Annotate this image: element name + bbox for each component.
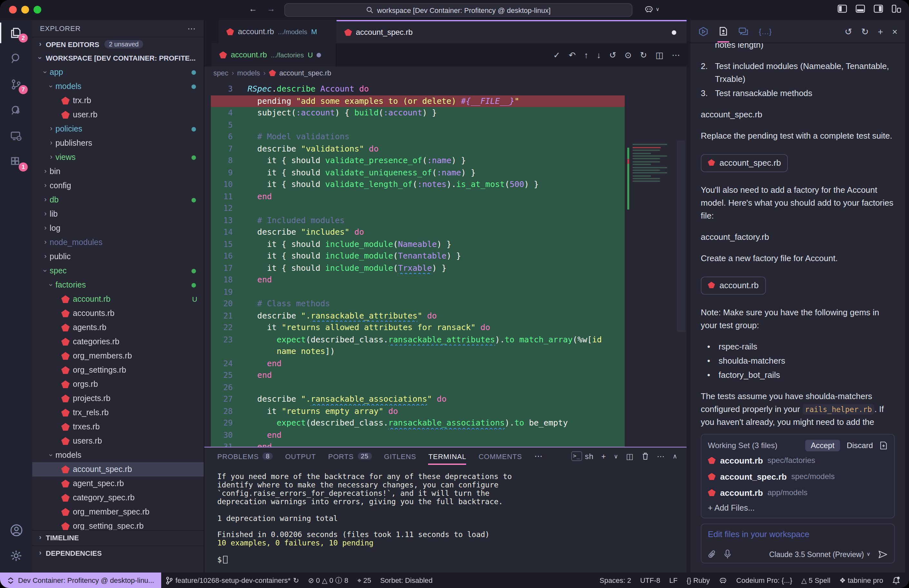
tree-item[interactable]: › category_spec.rb (32, 491, 204, 505)
editor-action-icon[interactable]: ↻ (640, 50, 647, 60)
status-item[interactable]: {} Ruby (682, 577, 714, 584)
toggle-secondary-sidebar-icon[interactable] (873, 5, 883, 13)
tree-item[interactable]: › bin (32, 165, 204, 179)
extensions-icon[interactable]: 1 (0, 149, 32, 175)
tree-item[interactable]: › users.rb (32, 434, 204, 448)
customize-layout-icon[interactable] (891, 5, 901, 13)
tree-item[interactable]: › public (32, 249, 204, 264)
toggle-sidebar-icon[interactable] (838, 5, 847, 13)
tree-item[interactable]: › org_settings.rb (32, 363, 204, 377)
tree-item[interactable]: › app (32, 65, 204, 79)
new-terminal-icon[interactable]: + (601, 452, 606, 461)
attach-icon[interactable] (708, 550, 716, 559)
status-item[interactable]: ❖ tabnine pro (835, 576, 888, 585)
tree-item[interactable]: › db (32, 193, 204, 207)
git-branch-status[interactable]: feature/10268-setup-dev-containers* ↻ (161, 576, 304, 585)
new-session-icon[interactable]: + (878, 26, 883, 36)
code-line[interactable]: 14 describe "includes" do (204, 226, 686, 238)
code-line[interactable]: 6 # Model validations (204, 131, 686, 143)
sync-icon[interactable]: ↻ (293, 576, 299, 585)
code-line[interactable]: 25 end (204, 370, 686, 381)
model-picker[interactable]: Claude 3.5 Sonnet (Preview) ∨ (769, 550, 870, 558)
toggle-panel-icon[interactable] (856, 5, 865, 13)
tree-item[interactable]: › factories (32, 278, 204, 292)
explorer-icon[interactable]: 2 (0, 20, 32, 46)
code-line[interactable]: 27 describe ".ransackable_associations" … (204, 393, 686, 405)
working-set-file[interactable]: account.rb app/models (708, 486, 888, 500)
code-line[interactable]: 11 end (204, 191, 686, 202)
code-line[interactable]: 7 describe "validations" do (204, 143, 686, 155)
tree-item[interactable]: › account_spec.rb (32, 462, 204, 477)
context-braces-icon[interactable]: {…} (759, 20, 772, 42)
tree-item[interactable]: › config (32, 179, 204, 193)
code-line[interactable]: 9 it { should validate_uniqueness_of(:na… (204, 167, 686, 179)
code-line[interactable]: 18 end (204, 274, 686, 286)
undo-icon[interactable]: ↺ (844, 26, 852, 36)
tab-account-spec-rb[interactable]: account_spec.rb (336, 20, 686, 43)
command-center-search[interactable]: workspace [Dev Container: Profitency @ d… (284, 3, 633, 17)
code-line[interactable]: 22 it "returns allowed attributes for ra… (204, 322, 686, 334)
tree-item[interactable]: › account.rb U (32, 292, 204, 306)
tree-item[interactable]: › spec (32, 264, 204, 278)
code-line[interactable]: 21 describe ".ransackable_attributes" do (204, 310, 686, 322)
modified-dot-icon[interactable] (672, 30, 676, 34)
minimize-window-button[interactable] (21, 6, 29, 13)
tree-item[interactable]: › user.rb (32, 108, 204, 122)
code-line[interactable]: name notes]) (204, 346, 686, 357)
code-line[interactable]: 26 (204, 381, 686, 393)
tree-item[interactable]: › org_member_spec.rb (32, 505, 204, 519)
tree-item[interactable]: › log (32, 221, 204, 235)
code-line[interactable]: 15 it { should include_module(Nameable) … (204, 238, 686, 250)
code-line[interactable]: 30 end (204, 429, 686, 441)
dependencies-section[interactable]: › DEPENDENCIES (32, 546, 204, 560)
chat-logo-icon[interactable] (698, 20, 709, 42)
code-line[interactable]: 19 (204, 286, 686, 298)
panel-tab[interactable]: COMMENTS (479, 447, 522, 465)
status-item[interactable]: Codeium Pro: {...} (732, 577, 797, 584)
terminal-dropdown-icon[interactable]: ∨ (614, 453, 618, 459)
problems-status[interactable]: ⊘ 0 △ 0 ⓘ 8 (304, 575, 353, 585)
chat-messages[interactable]: notes length) 2.Test included modules (N… (691, 43, 905, 430)
account-icon[interactable] (0, 517, 32, 543)
code-line[interactable]: 16 it { should include_module(Tenantable… (204, 250, 686, 262)
open-editors-section[interactable]: › OPEN EDITORS 2 unsaved (32, 37, 204, 51)
maximize-panel-icon[interactable]: ∧ (673, 452, 678, 460)
editor-action-icon[interactable]: ⋯ (672, 50, 680, 60)
explorer-more-actions-icon[interactable]: ⋯ (187, 24, 196, 33)
editor-action-icon[interactable]: ✓ (553, 50, 560, 60)
ports-status[interactable]: ⌖ 25 (353, 576, 376, 585)
search-icon[interactable] (0, 46, 32, 71)
code-line[interactable]: 28 it "returns empty array" do (204, 405, 686, 417)
tree-item[interactable]: › trx.rb (32, 94, 204, 108)
tree-item[interactable]: › trxes.rb (32, 420, 204, 434)
code-line[interactable]: 24 end (204, 357, 686, 370)
breadcrumb[interactable]: spec› models› account_spec.rb (204, 66, 686, 79)
code-line[interactable]: 3 RSpec.describe Account do (204, 83, 686, 95)
panel-tab[interactable]: TERMINAL (428, 447, 467, 465)
tree-item[interactable]: › projects.rb (32, 391, 204, 405)
code-line[interactable]: 29 expect(described_class.ransackable_as… (204, 417, 686, 429)
source-control-icon[interactable]: 7 (0, 71, 32, 97)
notifications-bell[interactable] (888, 576, 909, 585)
close-window-button[interactable] (9, 6, 17, 13)
tree-item[interactable]: › views (32, 150, 204, 165)
minimap[interactable] (627, 142, 674, 213)
code-line[interactable]: 17 it { should include_module(Trxable) } (204, 262, 686, 274)
compare-changes-icon[interactable] (879, 441, 888, 450)
working-set-file[interactable]: account_spec.rb spec/models (708, 469, 888, 483)
status-item[interactable]: Sorbet: Disabled (376, 577, 437, 584)
panel-tab[interactable]: PROBLEMS 8 (217, 447, 273, 465)
breadcrumb-item[interactable]: account_spec.rb (279, 69, 331, 77)
editor-action-icon[interactable]: ◫ (656, 50, 664, 60)
chat-input[interactable]: Edit files in your workspace Claude 3.5 … (701, 523, 895, 564)
tree-item[interactable]: › orgs.rb (32, 377, 204, 391)
scrollbar-thumb[interactable] (677, 141, 685, 332)
tree-item[interactable]: › lib (32, 207, 204, 221)
split-terminal-icon[interactable]: ◫ (626, 452, 634, 461)
panel-tab[interactable]: GITLENS (384, 447, 416, 465)
status-item[interactable]: △ 5 Spell (797, 576, 835, 585)
accept-button[interactable]: Accept (805, 440, 840, 451)
nav-back-icon[interactable]: ← (249, 4, 257, 13)
code-line[interactable]: 12 (204, 202, 686, 214)
debug-icon[interactable] (0, 97, 32, 123)
